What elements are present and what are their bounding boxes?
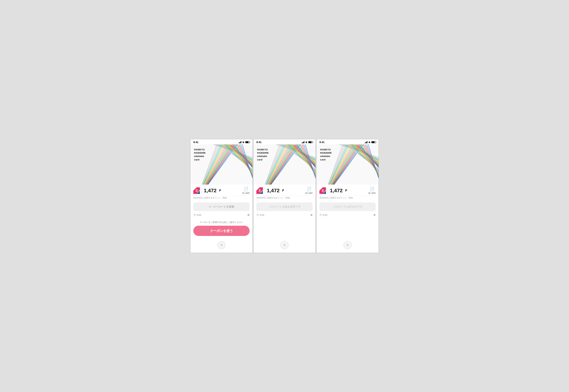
status-bar: 9:41 ⊗ bbox=[190, 139, 252, 144]
svg-text:S: S bbox=[259, 189, 261, 192]
screenshots-container: 9:41 ⊗ HANKYUHANSHINodekakecard S 1,472P… bbox=[190, 139, 379, 253]
signal-icon bbox=[302, 141, 305, 143]
card-area: HANKYUHANSHINodekakecard bbox=[253, 144, 316, 184]
point-value: 1,472 bbox=[204, 188, 217, 194]
battery-icon bbox=[245, 141, 250, 143]
history-icon: 📄 bbox=[370, 187, 375, 192]
s-point-logo: S bbox=[319, 187, 326, 194]
close-area: × bbox=[190, 238, 252, 253]
s-point-logo-svg: S bbox=[193, 187, 200, 194]
status-icons: ⊗ bbox=[365, 141, 376, 144]
point-unit: P bbox=[282, 189, 284, 192]
refresh-icon: ↺ bbox=[209, 205, 211, 209]
clock-icon: ⏱ bbox=[193, 214, 196, 217]
status-icons: ⊗ bbox=[239, 141, 250, 144]
wifi-icon: ⊗ bbox=[368, 141, 370, 144]
clock-icon: ⏱ bbox=[256, 214, 259, 217]
timer-value: 4:55 bbox=[323, 214, 327, 216]
expiry-text: 2023/3/31に失効するポイント：350p bbox=[190, 196, 252, 201]
brightness-icon[interactable]: ✺ bbox=[247, 213, 250, 217]
timer-row: ⏱ 5:00 ✺ bbox=[190, 212, 252, 218]
history-button[interactable]: 📄 購入履歴 bbox=[305, 187, 313, 195]
coupon-section: クーポンをご利用の方は先にご提示くださいクーポンを使う bbox=[190, 218, 252, 238]
wifi-icon: ⊗ bbox=[242, 141, 244, 144]
brightness-icon[interactable]: ✺ bbox=[373, 213, 376, 217]
point-divider bbox=[202, 188, 202, 193]
close-icon: × bbox=[221, 243, 222, 247]
history-label: 購入履歴 bbox=[242, 192, 250, 195]
status-bar: 9:41 ⊗ bbox=[253, 139, 316, 144]
coupon-hint: クーポンをご利用の方は先にご提示ください bbox=[193, 221, 250, 224]
point-value: 1,472 bbox=[330, 188, 343, 194]
timer-left: ⏱ 4:55 bbox=[256, 214, 264, 217]
point-left: S 1,472P bbox=[319, 187, 347, 194]
point-left: S 1,472P bbox=[193, 187, 221, 194]
timer-row: ⏱ 4:55 ✺ bbox=[317, 212, 379, 218]
close-area: × bbox=[317, 238, 379, 253]
phone-3: 9:41 ⊗ HANKYUHANSHINodekakecard S 1,472P… bbox=[317, 139, 379, 253]
signal-icon bbox=[365, 141, 367, 143]
coupon-use-button[interactable]: クーポンを使う bbox=[193, 226, 250, 236]
status-time: 9:41 bbox=[256, 141, 262, 144]
card-brand-overlay: HANKYUHANSHINodekakecard bbox=[320, 148, 332, 161]
point-left: S 1,472P bbox=[256, 187, 284, 194]
barcode-refresh-button[interactable]: ↺バーコードを更新 bbox=[193, 202, 250, 211]
wifi-icon: ⊗ bbox=[305, 141, 307, 144]
s-point-logo: S bbox=[193, 187, 200, 194]
phone-divider bbox=[316, 139, 316, 253]
expiry-text: 2023/3/31に失効するポイント：350p bbox=[253, 196, 316, 201]
close-button[interactable]: × bbox=[344, 241, 352, 249]
battery-icon bbox=[308, 141, 313, 143]
close-area: × bbox=[253, 238, 316, 253]
history-button[interactable]: 📄 購入履歴 bbox=[242, 187, 250, 195]
card-brand-overlay: HANKYUHANSHINodekakecard bbox=[194, 148, 206, 161]
expiry-text: 2023/3/31に失効するポイント：350p bbox=[317, 196, 379, 201]
timer-value: 4:55 bbox=[260, 214, 264, 216]
disabled-status-button: このカードは退会状態です bbox=[256, 202, 313, 211]
card-brand-text: HANKYUHANSHINodekakecard bbox=[320, 148, 332, 161]
barcode-btn-label: バーコードを更新 bbox=[212, 205, 235, 209]
close-button[interactable]: × bbox=[217, 241, 225, 249]
phone-2: 9:41 ⊗ HANKYUHANSHINodekakecard S 1,472P… bbox=[253, 139, 316, 253]
battery-icon bbox=[371, 141, 376, 143]
svg-text:S: S bbox=[195, 189, 198, 192]
point-section: S 1,472P 📄 購入履歴 bbox=[253, 184, 316, 196]
timer-value: 5:00 bbox=[197, 214, 201, 216]
card-brand-overlay: HANKYUHANSHINodekakecard bbox=[257, 148, 269, 161]
history-label: 購入履歴 bbox=[368, 192, 376, 195]
s-point-logo: S bbox=[256, 187, 263, 194]
brightness-icon[interactable]: ✺ bbox=[310, 213, 313, 217]
close-icon: × bbox=[284, 243, 286, 247]
status-bar: 9:41 ⊗ bbox=[317, 139, 379, 144]
s-point-logo-svg: S bbox=[319, 187, 326, 194]
status-icons: ⊗ bbox=[302, 141, 313, 144]
status-time: 9:41 bbox=[319, 141, 324, 144]
card-area: HANKYUHANSHINodekakecard bbox=[317, 144, 379, 184]
close-icon: × bbox=[347, 243, 349, 247]
action-section: このカードは退会状態です bbox=[253, 201, 316, 212]
s-point-logo-svg: S bbox=[256, 187, 263, 194]
history-button[interactable]: 📄 購入履歴 bbox=[368, 187, 376, 195]
point-unit: P bbox=[219, 189, 221, 192]
history-icon: 📄 bbox=[307, 187, 312, 192]
point-value: 1,472 bbox=[267, 188, 279, 194]
phone-1: 9:41 ⊗ HANKYUHANSHINodekakecard S 1,472P… bbox=[190, 139, 252, 253]
point-section: S 1,472P 📄 購入履歴 bbox=[317, 184, 379, 196]
signal-icon bbox=[239, 141, 241, 143]
action-section: このカードは停止中です bbox=[317, 201, 379, 212]
close-button[interactable]: × bbox=[280, 241, 289, 249]
card-area: HANKYUHANSHINodekakecard bbox=[190, 144, 252, 184]
disabled-status-button: このカードは停止中です bbox=[319, 202, 376, 211]
point-divider bbox=[265, 188, 265, 193]
point-section: S 1,472P 📄 購入履歴 bbox=[190, 184, 252, 196]
timer-left: ⏱ 5:00 bbox=[193, 214, 201, 217]
history-label: 購入履歴 bbox=[305, 192, 313, 195]
svg-text:S: S bbox=[322, 189, 324, 192]
timer-row: ⏱ 4:55 ✺ bbox=[253, 212, 316, 218]
phone-divider bbox=[253, 139, 253, 253]
point-unit: P bbox=[345, 189, 347, 192]
action-section: ↺バーコードを更新 bbox=[190, 201, 252, 212]
status-time: 9:41 bbox=[193, 141, 198, 144]
card-brand-text: HANKYUHANSHINodekakecard bbox=[257, 148, 269, 161]
card-brand-text: HANKYUHANSHINodekakecard bbox=[194, 148, 206, 161]
